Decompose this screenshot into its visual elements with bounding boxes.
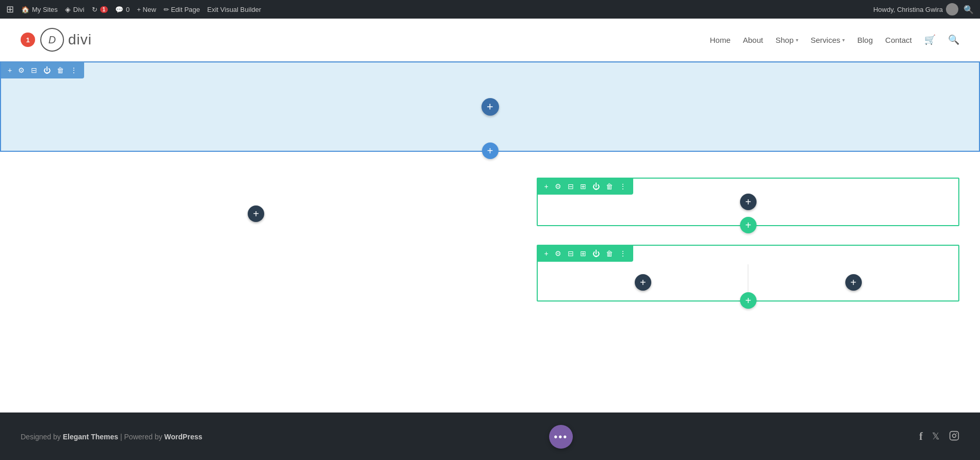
divi-item[interactable]: ◈ Divi bbox=[65, 5, 85, 13]
cart-icon[interactable]: 🛒 bbox=[924, 34, 936, 45]
howdy-item[interactable]: Howdy, Christina Gwira bbox=[873, 3, 958, 15]
nav-services[interactable]: Services ▾ bbox=[811, 36, 845, 44]
row2-settings-button[interactable]: ⚙ bbox=[552, 247, 564, 260]
shop-dropdown-arrow: ▾ bbox=[796, 37, 798, 43]
footer-fab-button[interactable]: ••• bbox=[549, 425, 573, 449]
nav-contact-label: Contact bbox=[885, 36, 912, 44]
row2-delete-button[interactable]: 🗑 bbox=[603, 247, 616, 260]
edit-page-label: ✏ Edit Page bbox=[164, 6, 200, 13]
logo-name: divi bbox=[68, 31, 92, 48]
exit-builder-label: Exit Visual Builder bbox=[207, 6, 262, 13]
row2-power-button[interactable]: ⏻ bbox=[590, 247, 602, 260]
section-delete-button[interactable]: 🗑 bbox=[54, 64, 67, 76]
elegant-themes-link[interactable]: Elegant Themes bbox=[63, 433, 118, 441]
row-1: + ⚙ ⊟ ⊞ ⏻ 🗑 ⋮ + + bbox=[537, 178, 959, 226]
admin-search-icon[interactable]: 🔍 bbox=[963, 5, 974, 14]
nav-contact[interactable]: Contact bbox=[885, 36, 912, 44]
howdy-label: Howdy, Christina Gwira bbox=[873, 6, 943, 13]
section-2-area: + + ⚙ ⊟ ⊞ ⏻ 🗑 ⋮ + + bbox=[0, 152, 980, 320]
edit-page-item[interactable]: ✏ Edit Page bbox=[164, 6, 200, 13]
divi-icon: ◈ bbox=[65, 5, 71, 13]
site-header: 1 D divi Home About Shop ▾ Services ▾ Bl… bbox=[0, 19, 980, 61]
row1-delete-button[interactable]: 🗑 bbox=[603, 180, 616, 193]
row1-more-button[interactable]: ⋮ bbox=[617, 180, 629, 193]
row2-add-button[interactable]: + bbox=[541, 247, 551, 260]
row2-add-row-button[interactable]: + bbox=[740, 292, 757, 309]
wordpress-link[interactable]: WordPress bbox=[164, 433, 202, 441]
comments-count: 0 bbox=[126, 6, 130, 13]
notification-badge: 1 bbox=[21, 33, 35, 47]
user-avatar bbox=[946, 3, 958, 15]
footer-credit: Designed by Elegant Themes | Powered by … bbox=[21, 433, 202, 441]
nav-home[interactable]: Home bbox=[710, 36, 730, 44]
divi-logo[interactable]: D divi bbox=[40, 28, 92, 52]
nav-blog[interactable]: Blog bbox=[857, 36, 873, 44]
site-nav: Home About Shop ▾ Services ▾ Blog Contac… bbox=[710, 34, 959, 45]
notification-number: 1 bbox=[26, 36, 29, 44]
nav-about-label: About bbox=[743, 36, 763, 44]
logo-letter: D bbox=[49, 34, 56, 46]
section-settings-button[interactable]: ⚙ bbox=[15, 64, 27, 76]
row-2: + ⚙ ⊟ ⊞ ⏻ 🗑 ⋮ + + + bbox=[537, 245, 959, 302]
divi-label: Divi bbox=[73, 6, 85, 13]
footer-credit-text: Designed by bbox=[21, 433, 63, 441]
services-dropdown-arrow: ▾ bbox=[842, 37, 845, 43]
footer-pipe: | Powered by bbox=[118, 433, 164, 441]
row2-col2-add-module-button[interactable]: + bbox=[845, 274, 862, 291]
my-sites-label: My Sites bbox=[32, 6, 58, 13]
facebook-icon[interactable]: f bbox=[919, 431, 923, 443]
new-label: + New bbox=[137, 6, 156, 13]
row1-add-row-button[interactable]: + bbox=[740, 217, 757, 233]
section-more-button[interactable]: ⋮ bbox=[68, 64, 80, 76]
row2-columns-button[interactable]: ⊞ bbox=[577, 247, 589, 260]
wp-logo-item[interactable]: ⊞ bbox=[6, 4, 14, 15]
twitter-icon[interactable]: 𝕏 bbox=[932, 431, 940, 443]
row2-more-button[interactable]: ⋮ bbox=[617, 247, 629, 260]
row1-columns-button[interactable]: ⊞ bbox=[577, 180, 589, 193]
notifications-count: 1 bbox=[100, 6, 108, 13]
nav-blog-label: Blog bbox=[857, 36, 873, 44]
nav-about[interactable]: About bbox=[743, 36, 763, 44]
row1-layout-button[interactable]: ⊟ bbox=[565, 180, 576, 193]
row2-layout-button[interactable]: ⊟ bbox=[565, 247, 576, 260]
row2-col1-add-module-button[interactable]: + bbox=[635, 274, 651, 291]
admin-bar: ⊞ 🏠 My Sites ◈ Divi ↻ 1 💬 0 + New ✏ Edit… bbox=[0, 0, 980, 19]
nav-shop[interactable]: Shop ▾ bbox=[776, 36, 798, 44]
section-1-add-row-button[interactable]: + bbox=[482, 142, 499, 159]
comments-item[interactable]: 💬 0 bbox=[115, 6, 130, 13]
nav-search-icon[interactable]: 🔍 bbox=[948, 34, 959, 45]
row1-settings-button[interactable]: ⚙ bbox=[552, 180, 564, 193]
nav-home-label: Home bbox=[710, 36, 730, 44]
divi-logo-circle: D bbox=[40, 28, 64, 52]
logo-wrap: 1 D divi bbox=[21, 28, 92, 52]
my-sites-item[interactable]: 🏠 My Sites bbox=[21, 6, 58, 13]
row1-add-module-button[interactable]: + bbox=[740, 194, 757, 210]
footer-fab-dots: ••• bbox=[554, 431, 568, 443]
rows-container: + ⚙ ⊟ ⊞ ⏻ 🗑 ⋮ + + + ⚙ ⊟ bbox=[537, 178, 959, 302]
page-content: + ⚙ ⊟ ⏻ 🗑 ⋮ + + + + ⚙ ⊟ ⊞ ⏻ 🗑 bbox=[0, 61, 980, 392]
section-1-add-module-button[interactable]: + bbox=[481, 98, 499, 116]
instagram-icon[interactable] bbox=[949, 431, 959, 443]
notifications-item[interactable]: ↻ 1 bbox=[92, 6, 108, 13]
section-layout-button[interactable]: ⊟ bbox=[28, 64, 40, 76]
exit-builder-item[interactable]: Exit Visual Builder bbox=[207, 6, 262, 13]
section-add-button[interactable]: + bbox=[5, 64, 14, 76]
row-2-toolbar: + ⚙ ⊟ ⊞ ⏻ 🗑 ⋮ bbox=[537, 245, 633, 262]
section-1-toolbar: + ⚙ ⊟ ⏻ 🗑 ⋮ bbox=[1, 62, 84, 78]
section-power-button[interactable]: ⏻ bbox=[41, 64, 53, 76]
wp-logo-icon: ⊞ bbox=[6, 4, 14, 15]
svg-rect-0 bbox=[950, 431, 959, 440]
row2-col-2: + bbox=[748, 264, 958, 300]
svg-point-1 bbox=[953, 434, 956, 437]
row1-power-button[interactable]: ⏻ bbox=[590, 180, 602, 193]
new-item[interactable]: + New bbox=[137, 6, 156, 13]
row1-add-button[interactable]: + bbox=[541, 180, 551, 193]
row-1-toolbar: + ⚙ ⊟ ⊞ ⏻ 🗑 ⋮ bbox=[537, 178, 633, 195]
nav-shop-label: Shop bbox=[776, 36, 794, 44]
footer-social: f 𝕏 bbox=[919, 431, 959, 443]
notifications-icon: ↻ bbox=[92, 6, 98, 13]
left-add-section-button[interactable]: + bbox=[248, 205, 264, 222]
section-1: + ⚙ ⊟ ⏻ 🗑 ⋮ + + bbox=[0, 61, 980, 152]
site-footer: Designed by Elegant Themes | Powered by … bbox=[0, 413, 980, 460]
my-sites-icon: 🏠 bbox=[21, 6, 29, 13]
